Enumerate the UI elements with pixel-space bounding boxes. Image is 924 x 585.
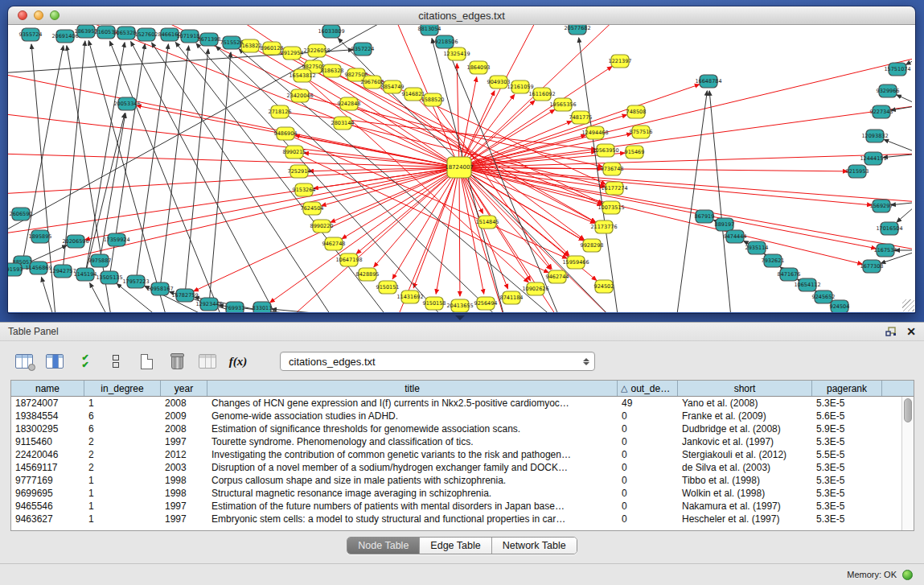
- node-label: 7481775: [569, 114, 593, 121]
- table-cell: 5.3E-5: [812, 461, 882, 474]
- table-cell: 1: [84, 513, 161, 525]
- tab-edge-table[interactable]: Edge Table: [420, 538, 491, 554]
- node-label: 8428895: [356, 271, 380, 278]
- node-label: 16177274: [601, 185, 627, 192]
- table-cell: Franke et al. (2009): [678, 410, 812, 422]
- column-header-in_degree[interactable]: in_degree: [84, 381, 161, 396]
- node-label: 9242848: [338, 101, 361, 107]
- table-cell: Disruption of a novel member of a sodium…: [207, 461, 618, 474]
- table-vertical-scrollbar[interactable]: [901, 397, 914, 530]
- scrollbar-thumb[interactable]: [904, 398, 912, 422]
- column-header-year[interactable]: year: [161, 381, 207, 396]
- table-cell: 18300295: [11, 422, 84, 435]
- citation-edge-red: [374, 167, 459, 267]
- table-cell: 1997: [161, 435, 207, 448]
- table-cell: Jankovic et al. (1997): [678, 435, 812, 448]
- delete-table-icon[interactable]: [167, 352, 187, 371]
- node-label: 2718126: [269, 109, 292, 115]
- table-source-dropdown[interactable]: citations_edges.txt: [280, 352, 595, 371]
- node-label: 8854749: [381, 84, 405, 90]
- table-row[interactable]: 911546021997Tourette syndrome. Phenomeno…: [11, 435, 901, 448]
- table-cell: 5.3E-5: [812, 513, 882, 525]
- close-panel-icon[interactable]: ✕: [906, 326, 916, 337]
- table-cell: 6: [84, 422, 161, 435]
- node-label: 2803144: [331, 120, 355, 126]
- citation-network-graph[interactable]: 1872400718640939049303121610591611609219…: [8, 25, 912, 312]
- table-options-icon[interactable]: [14, 352, 34, 371]
- table-cell: 0: [618, 422, 678, 435]
- window-resize-grip[interactable]: [902, 299, 914, 311]
- citation-edge-red: [459, 57, 912, 167]
- table-row[interactable]: 946554611997Estimation of the future num…: [11, 500, 901, 513]
- network-graph-canvas[interactable]: 1872400718640939049303121610591611609219…: [8, 25, 915, 312]
- table-row[interactable]: 1938455462009Genome-wide association stu…: [11, 410, 901, 422]
- tab-network-table[interactable]: Network Table: [492, 538, 577, 554]
- node-label: 8990215: [283, 149, 306, 155]
- table-type-tabs: Node TableEdge TableNetwork Table: [347, 537, 577, 554]
- zoom-window-icon[interactable]: [50, 10, 60, 20]
- node-label: 1569297: [870, 203, 893, 209]
- new-table-icon[interactable]: [137, 352, 156, 371]
- table-cell: Corpus callosum shape and size in male p…: [207, 474, 618, 487]
- node-label: 9329966: [877, 88, 900, 94]
- table-cell: Structural magnetic resonance image aver…: [207, 487, 618, 500]
- table-row[interactable]: 1830029562008Estimation of significance …: [11, 422, 901, 435]
- citation-edge-red: [272, 48, 595, 222]
- column-header-pagerank[interactable]: pagerank: [812, 381, 882, 396]
- tab-node-table[interactable]: Node Table: [347, 538, 420, 554]
- citation-edge-black: [219, 305, 394, 312]
- node-label: 8357224: [351, 46, 375, 52]
- table-row[interactable]: 946362711997Embryonic stem cells: a mode…: [11, 513, 901, 525]
- network-desktop: citations_edges.txt 18724007186409390493…: [0, 0, 924, 322]
- node-label: 16116092: [528, 91, 555, 97]
- column-header-short[interactable]: short: [678, 381, 812, 396]
- table-cell: 9115460: [11, 435, 84, 448]
- show-columns-icon[interactable]: [45, 352, 64, 371]
- select-rows-icon[interactable]: ✔✔: [76, 352, 95, 371]
- float-panel-icon[interactable]: [885, 327, 897, 337]
- citation-edge-red: [413, 94, 569, 255]
- table-cell: 2012: [161, 448, 207, 461]
- function-builder-icon[interactable]: f(x): [228, 352, 248, 371]
- node-label: 12494468: [581, 130, 608, 136]
- table-row[interactable]: 969969511998Structural magnetic resonanc…: [11, 487, 901, 500]
- node-label: 15751074: [884, 66, 910, 72]
- table-cell: 1998: [161, 474, 207, 487]
- citation-edge-black: [185, 49, 208, 295]
- row-height-icon[interactable]: [106, 352, 125, 371]
- node-label: 12444151: [860, 155, 886, 162]
- table-header-row[interactable]: namein_degreeyeartitle△out_de…shortpager…: [11, 381, 914, 397]
- table-cell: 5.9E-5: [812, 422, 882, 435]
- panel-splitter-handle[interactable]: [455, 315, 465, 320]
- table-cell: Wolkin et al. (1998): [678, 487, 812, 500]
- table-cell: 5.3E-5: [812, 435, 882, 448]
- citation-edge-black: [709, 91, 732, 312]
- table-cell: 5.3E-5: [812, 474, 882, 487]
- table-row[interactable]: 977716911998Corpus callosum shape and si…: [11, 474, 901, 487]
- node-label: 16648784: [695, 78, 721, 84]
- column-header-out_de[interactable]: △out_de…: [618, 381, 678, 396]
- window-titlebar[interactable]: citations_edges.txt: [8, 6, 915, 25]
- node-label: 1167534: [874, 247, 897, 253]
- table-row[interactable]: 1456911722003Disruption of a novel membe…: [11, 461, 901, 474]
- column-header-name[interactable]: name: [11, 381, 84, 396]
- minimize-window-icon[interactable]: [34, 10, 43, 20]
- table-source-value: citations_edges.txt: [289, 356, 583, 368]
- table-cell: 1997: [161, 500, 207, 513]
- node-label: 8813054: [418, 26, 441, 32]
- dropdown-arrows-icon: [583, 358, 589, 365]
- table-body[interactable]: 1872400712008Changes of HCN gene express…: [11, 397, 901, 530]
- table-row[interactable]: 1872400712008Changes of HCN gene express…: [11, 397, 901, 410]
- citation-edge-black: [90, 283, 113, 312]
- column-header-title[interactable]: title: [207, 381, 618, 396]
- table-row[interactable]: 2242004622012Investigating the contribut…: [11, 448, 901, 461]
- node-label: 16543812: [289, 72, 315, 79]
- node-label: 20413655: [446, 303, 473, 309]
- citation-edge-black: [42, 277, 56, 312]
- close-window-icon[interactable]: [18, 10, 27, 20]
- node-label: 9474444: [724, 233, 747, 240]
- network-view-window[interactable]: citations_edges.txt 18724007186409390493…: [8, 6, 915, 313]
- node-label: 18724007: [445, 164, 474, 171]
- table-cell: 6: [84, 410, 161, 422]
- node-label: 748508: [626, 109, 647, 115]
